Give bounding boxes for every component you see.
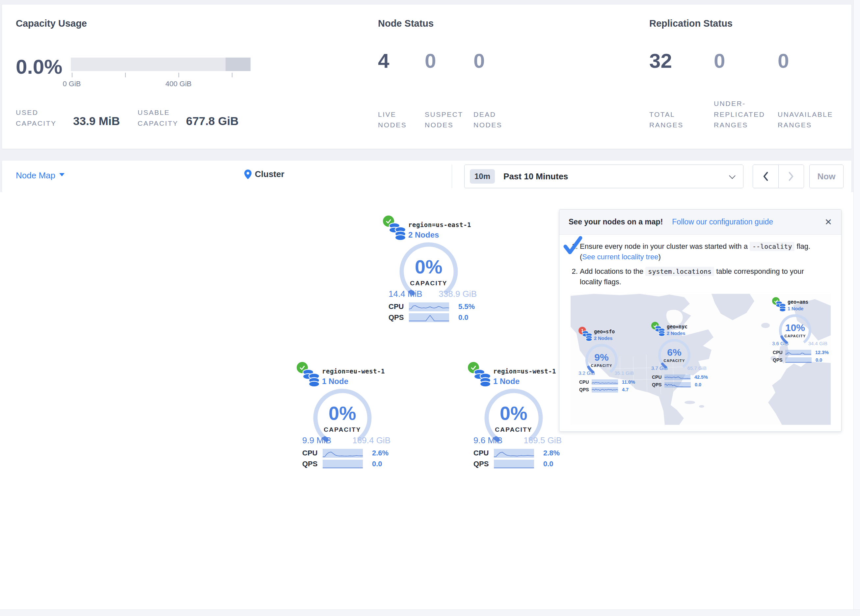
time-range-dropdown[interactable]: 10m Past 10 Minutes [464,165,744,188]
qps-value: 0.0 [458,313,469,322]
dead-nodes-value: 0 [474,51,485,71]
qps-sparkline [785,357,811,363]
dead-nodes-label: DEAD NODES [474,109,511,131]
setup-step-1: Ensure every node in your cluster was st… [580,241,816,262]
capacity-label: CAPACITY [392,280,465,287]
qps-sparkline [592,387,618,393]
locality-tree-link[interactable]: See current locality tree [582,253,658,261]
locality-card-eu-west-1[interactable]: region=eu-west-1 1 Node 0% CAPACITY 9.9 … [292,361,398,472]
example-world-map: 1 geo=sfo 2 Nodes 9% CAPACITY 3.2 GiB 35… [571,294,831,425]
cpu-value: 11.0% [622,379,635,385]
cpu-label: CPU [579,379,592,385]
locality-title: region=eu-west-1 [322,368,385,375]
time-next-button[interactable] [779,165,804,188]
capacity-percent: 0% [392,257,465,276]
qps-label: QPS [652,382,664,387]
view-mode-label: Node Map [16,171,55,180]
locality-card-us-west-1[interactable]: region=us-west-1 1 Node 0% CAPACITY 9.6 … [464,361,569,472]
qps-sparkline [409,313,449,322]
node-status-title: Node Status [378,18,434,29]
cpu-metric-row: CPU 2.8% [474,448,562,458]
locality-nodes-label: 1 Node [788,306,804,311]
locality-nodes-link[interactable]: 1 Node [322,377,348,386]
capacity-total-value: 34.4 GiB [808,340,827,346]
live-nodes-label: LIVE NODES [378,109,416,131]
capacity-used-value: 3.6 GiB [772,340,789,346]
capacity-label: CAPACITY [581,364,622,368]
capacity-usage-percent: 0.0% [16,56,62,77]
qps-sparkline [664,382,691,388]
qps-value: 0.0 [695,382,701,387]
cpu-metric-row: CPU 5.5% [389,302,477,311]
popup-title: See your nodes on a map! [569,218,663,226]
qps-sparkline [494,460,534,469]
capacity-used-value: 14.4 MiB [389,289,422,299]
setup-step-2: Add locations to the system.locations ta… [580,266,816,287]
now-button[interactable]: Now [809,165,844,188]
capacity-label: CAPACITY [775,334,816,338]
time-prev-button[interactable] [753,165,779,188]
capacity-total-value: 35.1 GiB [615,370,634,376]
cpu-value: 12.3% [815,350,829,355]
database-stack-icon [654,325,666,337]
axis-tick [179,73,179,77]
database-stack-icon [473,368,492,388]
database-stack-icon [581,330,593,342]
scrollbar-gutter[interactable] [854,0,860,610]
locality-nodes-link[interactable]: 1 Node [493,377,519,386]
view-toolbar: Node Map Cluster 10m Past 10 Minutes Now [2,161,851,192]
locality-title: geo=sfo [594,329,615,335]
capacity-total-value: 338.9 GiB [439,289,477,299]
total-ranges-value: 32 [649,51,672,71]
time-range-label: Past 10 Minutes [504,171,568,182]
cpu-value: 42.5% [694,375,708,380]
cpu-sparkline [323,449,363,458]
qps-value: 0.0 [816,357,822,363]
cpu-label: CPU [474,449,494,458]
view-mode-dropdown[interactable]: Node Map [16,171,64,181]
suspect-nodes-label: SUSPECT NODES [425,109,468,131]
qps-label: QPS [474,460,494,468]
configuration-guide-link[interactable]: Follow our configuration guide [672,218,773,226]
capacity-percent: 0% [477,404,550,423]
used-capacity-value: 33.9 MiB [73,114,120,128]
cpu-sparkline [785,350,811,356]
unavailable-value: 0 [778,51,789,71]
locality-flag-code: --locality [750,242,794,251]
capacity-percent: 10% [775,323,816,333]
qps-metric-row: QPS 0.0 [302,459,391,469]
cpu-sparkline [494,449,534,458]
tick-label-0: 0 GiB [55,80,88,88]
locality-nodes-label: 2 Nodes [594,335,612,341]
qps-label: QPS [302,460,323,468]
axis-tick [232,73,232,77]
axis-tick [125,73,126,77]
popup-header: See your nodes on a map! Follow our conf… [559,210,841,235]
capacity-total-value: 169.5 GiB [524,435,562,445]
qps-sparkline [323,460,363,469]
capacity-label: CAPACITY [477,426,550,433]
cpu-label: CPU [773,350,785,355]
locality-card-us-east-1[interactable]: region=us-east-1 2 Nodes 0% CAPACITY 14.… [379,214,484,326]
capacity-usable-segment [226,58,251,71]
close-icon[interactable]: ✕ [824,217,832,227]
capacity-label: CAPACITY [306,426,379,433]
node-map-canvas: region=us-east-1 2 Nodes 0% CAPACITY 14.… [0,192,854,610]
capacity-used-value: 3.2 GiB [579,370,595,376]
locality-nodes-link[interactable]: 2 Nodes [408,230,439,240]
chevron-right-icon [788,171,794,181]
cpu-sparkline [592,379,618,385]
database-stack-icon [301,368,321,388]
total-ranges-label: TOTAL RANGES [649,109,689,131]
cpu-sparkline [664,375,691,380]
locality-title: geo=ams [788,299,808,305]
capacity-total-value: 65.7 GiB [687,365,706,371]
time-range-badge: 10m [470,169,495,183]
capacity-used-value: 3.7 GiB [651,365,668,371]
capacity-total-value: 169.4 GiB [352,435,391,445]
used-capacity-label: USED CAPACITY [16,107,54,129]
breadcrumb[interactable]: Cluster [244,169,284,179]
suspect-nodes-value: 0 [425,51,436,71]
qps-value: 0.0 [543,460,554,468]
locality-nodes-label: 2 Nodes [667,331,685,336]
